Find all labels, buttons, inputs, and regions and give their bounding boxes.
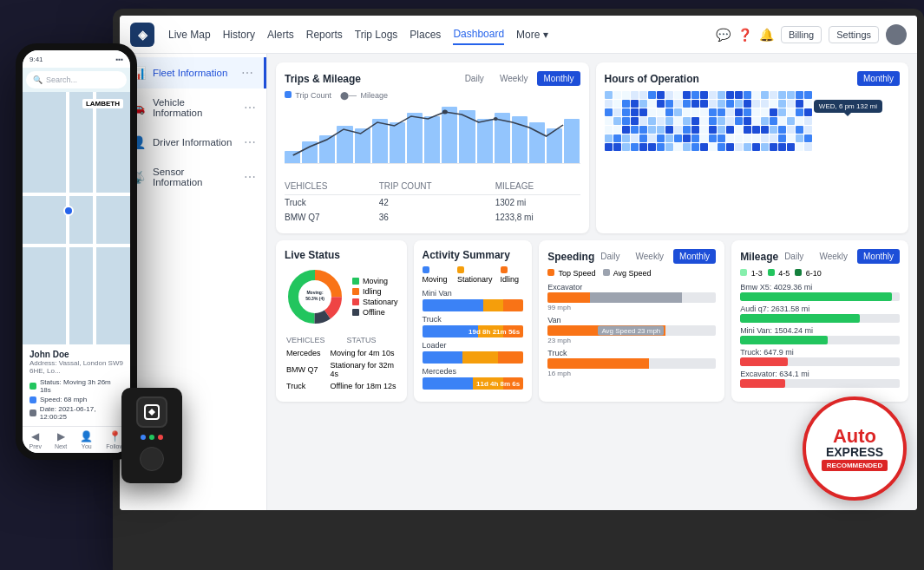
sidebar-label-driver: Driver Information [153, 137, 232, 147]
nav-history[interactable]: History [223, 25, 255, 44]
sidebar-item-driver[interactable]: 👤 Driver Information ⋯ [120, 127, 266, 158]
heat-cell [718, 100, 725, 108]
bar [390, 122, 405, 163]
speed-excavator-mph: 99 mph [547, 304, 716, 311]
mileage-tab-weekly[interactable]: Weekly [813, 249, 854, 264]
heat-cell [718, 108, 725, 116]
search-placeholder: Search... [46, 75, 77, 84]
sidebar-item-fleet[interactable]: 📊 Fleet Information ⋯ [120, 57, 266, 88]
heat-cell [778, 100, 786, 108]
nav-alerts[interactable]: Alerts [267, 25, 294, 44]
moving-segment [423, 351, 463, 364]
heat-cell [787, 134, 795, 142]
activity-row-minivan: Mini Van [423, 289, 524, 311]
vs-status: Moving for 4m 10s [331, 348, 396, 358]
heat-cell [700, 126, 708, 134]
bar [459, 110, 475, 163]
heat-cell [700, 134, 708, 142]
heat-cell [622, 126, 630, 134]
vehicle-more-icon[interactable]: ⋯ [244, 101, 256, 115]
heat-cell [804, 143, 812, 151]
hours-tab-monthly[interactable]: Monthly [857, 71, 900, 86]
heat-cell [613, 108, 621, 116]
mileage-4-5-dot [768, 269, 775, 276]
trips-tab-monthly[interactable]: Monthly [537, 71, 580, 86]
auto-express-badge: Auto EXPRESS RECOMMENDED [803, 396, 907, 501]
phone-nav-next[interactable]: ▶ Next [55, 430, 67, 449]
laptop-screen: ◈ Live Map History Alerts Reports Trip L… [120, 16, 917, 510]
help-icon[interactable]: ❓ [737, 28, 752, 42]
heat-cell [605, 117, 613, 125]
heat-cell [804, 108, 812, 116]
trips-card-tabs: Daily Weekly Monthly [459, 71, 580, 86]
driver-more-icon[interactable]: ⋯ [244, 135, 256, 149]
trips-chart-area [285, 103, 580, 173]
nav-trip-logs[interactable]: Trip Logs [355, 25, 398, 44]
nav-more[interactable]: More ▾ [516, 25, 548, 44]
vehicle-name: Truck [285, 195, 379, 211]
user-avatar[interactable] [886, 24, 907, 45]
phone-nav-prev[interactable]: ◀ Prev [29, 430, 41, 449]
mileage-card: Mileage Daily Weekly Monthly 1-3 [731, 240, 908, 402]
heat-cell [726, 143, 734, 151]
phone-map: LAMBETH [23, 92, 130, 344]
phone-search[interactable]: 🔍 Search... [26, 71, 127, 88]
heat-cell [691, 134, 699, 142]
bar [302, 141, 318, 163]
heat-cell [778, 91, 786, 99]
nav-dashboard[interactable]: Dashboard [453, 24, 504, 45]
legend-offline: Offline [352, 308, 398, 317]
bar [495, 113, 510, 163]
activity-bar-fill [423, 351, 524, 364]
mileage-tab-daily[interactable]: Daily [778, 249, 809, 264]
fleet-more-icon[interactable]: ⋯ [241, 66, 253, 80]
heat-cell [778, 108, 786, 116]
sidebar-item-sensor[interactable]: 📡 Sensor Information ⋯ [120, 158, 266, 196]
trips-chart-legend: Trip Count ⬤— Mileage [285, 91, 580, 100]
chat-icon[interactable]: 💬 [716, 28, 731, 42]
avg-speed-badge: Avg Speed 23 mph [598, 326, 664, 336]
phone-time: 9:41 [29, 56, 43, 63]
nav-live-map[interactable]: Live Map [168, 25, 211, 44]
speed-tab-monthly[interactable]: Monthly [673, 249, 716, 264]
heat-row [605, 117, 901, 125]
trips-tab-daily[interactable]: Daily [459, 71, 490, 86]
mileage-legend-1-3: 1-3 [740, 269, 763, 278]
mileage-minivan-label: Mini Van: 1504.24 mi [740, 326, 900, 335]
bar [547, 128, 562, 163]
billing-button[interactable]: Billing [781, 26, 822, 43]
phone-status-speed: Speed: 68 mph [29, 396, 123, 403]
speed-tab-weekly[interactable]: Weekly [630, 249, 671, 264]
heat-cell [744, 143, 751, 151]
heat-cell [639, 134, 647, 142]
nav-places[interactable]: Places [410, 25, 441, 44]
nav-reports[interactable]: Reports [306, 25, 343, 44]
phone-nav-you[interactable]: 👤 You [80, 430, 93, 449]
heat-cell [709, 117, 717, 125]
app-logo[interactable]: ◈ [130, 23, 154, 47]
heat-cell [796, 134, 803, 142]
trip-count-dot [285, 91, 292, 98]
speed-tab-daily[interactable]: Daily [594, 249, 626, 264]
sidebar-item-vehicle[interactable]: 🚗 Vehicle Information ⋯ [120, 88, 266, 127]
act-idling-dot [501, 266, 508, 273]
mileage-excavator-fill [740, 379, 784, 388]
heat-cell [657, 108, 665, 116]
heat-cell [674, 91, 682, 99]
gps-button[interactable] [140, 447, 164, 471]
sensor-more-icon[interactable]: ⋯ [244, 170, 256, 184]
mileage-tab-monthly[interactable]: Monthly [857, 249, 900, 264]
mileage-audi-label: Audi q7: 2631.58 mi [740, 305, 900, 313]
speed-row-van: Van Avg Speed 23 mph 23 mph [547, 316, 716, 344]
status-speed-text: Speed: 68 mph [40, 396, 87, 403]
settings-button[interactable]: Settings [829, 26, 879, 43]
mileage-row-minivan: Mini Van: 1504.24 mi [740, 326, 900, 344]
map-road-h1 [23, 193, 130, 196]
vehicles-header: VEHICLES [285, 178, 379, 195]
vehicle-location-dot [63, 206, 74, 216]
trips-tab-weekly[interactable]: Weekly [494, 71, 534, 86]
bar [424, 116, 440, 163]
heat-cell [787, 117, 795, 125]
phone-overlay: 9:41 ▪▪▪ 🔍 Search... LAMBETH John Doe Ad… [16, 43, 137, 460]
bell-icon[interactable]: 🔔 [759, 28, 774, 42]
